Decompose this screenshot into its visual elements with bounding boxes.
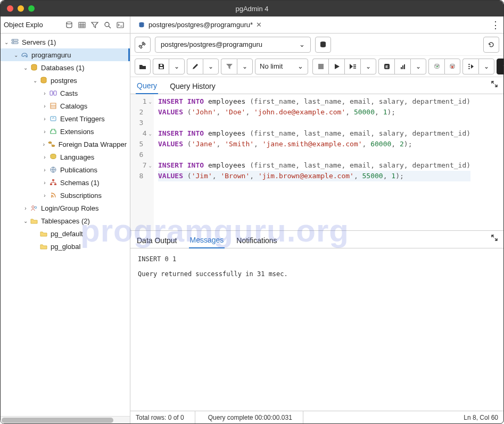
svg-rect-38 <box>401 67 402 69</box>
svg-rect-9 <box>12 39 18 41</box>
messages-panel: INSERT 0 1 Query returned successfully i… <box>130 248 503 411</box>
message-line: INSERT 0 1 <box>138 254 496 264</box>
fdw-icon <box>47 139 56 149</box>
svg-rect-15 <box>50 91 53 95</box>
tab-messages[interactable]: Messages <box>189 232 225 248</box>
limit-select[interactable]: No limit⌄ <box>255 59 308 74</box>
line-gutter: 1 ⌄ 2 3 4 ⌄ 5 6 7 ⌄ 8 <box>130 94 154 230</box>
tree-event-triggers[interactable]: ›Event Triggers <box>1 112 130 125</box>
window-minimize[interactable] <box>18 5 24 12</box>
tree-tablespaces[interactable]: ⌄Tablespaces (2) <box>1 214 130 227</box>
extensions-icon <box>48 127 58 136</box>
connection-server-button[interactable] <box>315 37 331 53</box>
connection-status-button[interactable] <box>135 37 151 53</box>
tab-query-editor[interactable]: Query <box>136 78 158 94</box>
execute-dropdown[interactable]: ⌄ <box>360 59 376 74</box>
filter-button[interactable] <box>221 59 237 74</box>
explain-button[interactable]: E <box>378 59 394 74</box>
window-maximize[interactable] <box>28 5 35 12</box>
tree-ts-default[interactable]: pg_default <box>1 227 130 240</box>
subscriptions-icon <box>48 190 58 200</box>
window-close[interactable] <box>7 5 13 12</box>
chevron-down-icon: ⌄ <box>298 62 303 70</box>
tree-extensions[interactable]: ›Extensions <box>1 125 130 138</box>
window-title: pgAdmin 4 <box>235 5 268 13</box>
tab-notifications[interactable]: Notifications <box>235 233 278 248</box>
sidebar-hscroll[interactable] <box>1 416 130 423</box>
svg-point-41 <box>435 64 439 65</box>
reset-layout-button[interactable] <box>483 37 499 53</box>
tab-query[interactable]: postgres/postgres@programguru* ✕ <box>134 19 266 31</box>
tab-data-output[interactable]: Data Output <box>136 233 178 248</box>
tab-query-history[interactable]: Query History <box>169 79 217 94</box>
macros-button[interactable] <box>462 59 478 74</box>
object-tree[interactable]: ⌄Servers (1) ⌄programguru ⌄Databases (1)… <box>1 34 130 416</box>
code-area[interactable]: INSERT INTO employees (first_name, last_… <box>154 94 475 230</box>
message-line: Query returned successfully in 31 msec. <box>138 269 496 279</box>
languages-icon <box>48 152 58 162</box>
sidebar-tool-search[interactable] <box>101 19 114 31</box>
database-icon <box>29 63 39 72</box>
tree-subscriptions[interactable]: ›Subscriptions <box>1 189 130 202</box>
svg-point-12 <box>13 43 14 44</box>
tree-languages[interactable]: ›Languages <box>1 151 130 163</box>
svg-point-29 <box>32 206 34 208</box>
kebab-menu-icon[interactable]: ⋮ <box>491 19 500 31</box>
edit-button[interactable] <box>187 59 203 74</box>
save-button[interactable] <box>153 59 169 74</box>
commit-button[interactable] <box>428 59 444 74</box>
event-triggers-icon <box>48 114 58 123</box>
tree-catalogs[interactable]: ›Catalogs <box>1 99 130 112</box>
tree-schemas[interactable]: ›Schemas (1) <box>1 176 130 189</box>
expand-icon[interactable] <box>491 80 498 88</box>
sidebar-tool-terminal[interactable] <box>114 19 127 31</box>
macros-dropdown[interactable]: ⌄ <box>478 59 494 74</box>
close-icon[interactable]: ✕ <box>256 21 262 29</box>
tree-publications[interactable]: ›Publications <box>1 163 130 176</box>
status-complete: Query complete 00:00:00.031 <box>208 411 303 423</box>
svg-rect-17 <box>51 103 56 109</box>
folder-icon <box>39 242 48 251</box>
svg-point-11 <box>13 40 14 41</box>
elephant-icon <box>20 50 29 60</box>
edit-dropdown[interactable]: ⌄ <box>203 59 219 74</box>
svg-point-0 <box>67 22 72 24</box>
execute-button[interactable] <box>328 59 344 74</box>
svg-point-30 <box>35 206 37 209</box>
tree-server-programguru[interactable]: ⌄programguru <box>1 48 130 61</box>
sidebar-tool-grid[interactable] <box>76 19 88 31</box>
tree-db-postgres[interactable]: ⌄postgres <box>1 74 130 87</box>
connection-select[interactable]: postgres/postgres@programguru ⌄ <box>155 37 311 53</box>
stop-button[interactable] <box>312 59 328 74</box>
svg-text:E: E <box>385 64 389 69</box>
database-icon <box>138 21 145 29</box>
folder-icon <box>39 229 48 238</box>
save-dropdown[interactable]: ⌄ <box>169 59 185 74</box>
tree-casts[interactable]: ›Casts <box>1 87 130 99</box>
tree-ts-global[interactable]: pg_global <box>1 240 130 253</box>
svg-rect-10 <box>12 42 18 44</box>
status-rows: Total rows: 0 of 0 <box>136 411 195 423</box>
expand-icon[interactable] <box>491 234 498 242</box>
help-button[interactable]: ? <box>497 59 504 74</box>
rollback-button[interactable] <box>444 59 460 74</box>
explain-analyze-button[interactable] <box>394 59 410 74</box>
tree-fdw[interactable]: ›Foreign Data Wrapper <box>1 138 130 151</box>
execute-options-button[interactable] <box>344 59 360 74</box>
sql-editor[interactable]: 1 ⌄ 2 3 4 ⌄ 5 6 7 ⌄ 8 INSERT INTO employ… <box>130 94 503 230</box>
publications-icon <box>48 165 58 174</box>
explain-dropdown[interactable]: ⌄ <box>410 59 426 74</box>
tree-login-roles[interactable]: ›Login/Group Roles <box>1 202 130 214</box>
open-file-button[interactable] <box>135 59 151 74</box>
titlebar: pgAdmin 4 <box>1 1 503 16</box>
svg-rect-26 <box>50 184 52 185</box>
folder-icon <box>29 216 39 226</box>
sidebar-tool-1[interactable] <box>63 19 76 31</box>
filter-dropdown[interactable]: ⌄ <box>237 59 253 74</box>
sidebar-tool-filter[interactable] <box>88 19 101 31</box>
tree-databases[interactable]: ⌄Databases (1) <box>1 61 130 74</box>
query-toolbar: ⌄ ⌄ ⌄ No limit⌄ ⌄ E ⌄ <box>130 56 503 77</box>
tree-servers[interactable]: ⌄Servers (1) <box>1 36 130 48</box>
svg-rect-34 <box>160 64 162 66</box>
svg-rect-40 <box>404 64 405 69</box>
